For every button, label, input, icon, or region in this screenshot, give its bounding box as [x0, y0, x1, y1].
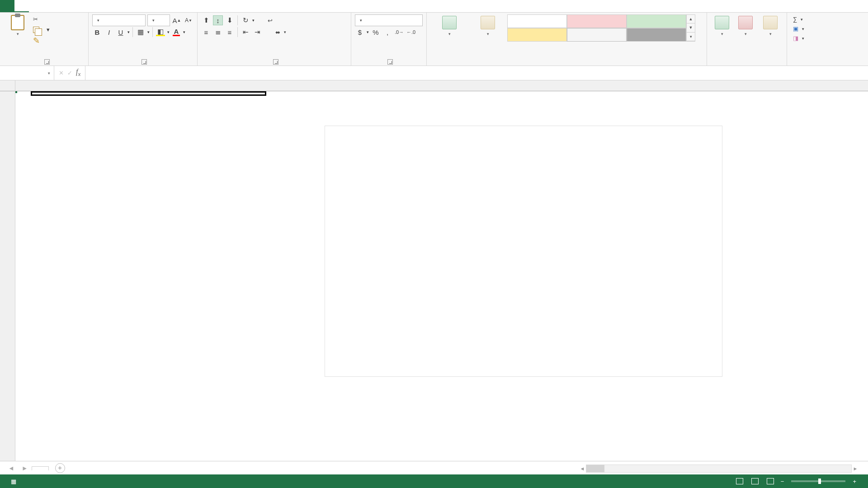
tab-home[interactable] — [14, 0, 29, 12]
fill-color-button[interactable]: ◧ — [156, 27, 165, 37]
format-as-table-button[interactable]: ▾ — [471, 14, 505, 42]
dialog-launcher-icon[interactable] — [44, 59, 50, 65]
insert-cells-button[interactable]: ▾ — [711, 14, 733, 37]
formula-bar: ▾ ✕ ✓ fx — [0, 66, 868, 80]
chevron-down-icon: ▾ — [47, 26, 50, 33]
align-bottom-button[interactable]: ⬇ — [225, 15, 235, 25]
style-neutral[interactable] — [507, 28, 567, 42]
tab-file[interactable] — [0, 0, 14, 12]
active-cell-marker — [15, 91, 17, 93]
horizontal-scrollbar[interactable]: ◄ ► — [579, 465, 859, 473]
style-check-cell[interactable] — [627, 28, 686, 42]
font-name-select[interactable]: ▾ — [92, 14, 146, 26]
add-sheet-button[interactable]: ＋ — [55, 463, 65, 473]
tab-view[interactable] — [101, 0, 116, 12]
sigma-icon: ∑ — [793, 16, 797, 23]
italic-button[interactable]: I — [104, 27, 114, 37]
tab-formulas[interactable] — [58, 0, 72, 12]
fx-icon[interactable]: fx — [76, 68, 80, 78]
fill-icon: ▣ — [793, 25, 798, 32]
tab-page-layout[interactable] — [43, 0, 58, 12]
grow-font-button[interactable]: A▲ — [172, 15, 182, 25]
delete-cells-button[interactable]: ▾ — [734, 14, 757, 37]
decrease-decimal-button[interactable]: ←.0 — [406, 27, 416, 37]
copy-button[interactable]: ▾ — [31, 25, 52, 34]
conditional-formatting-button[interactable]: ▾ — [430, 14, 468, 42]
scroll-up-icon[interactable]: ▲ — [687, 15, 695, 23]
wrap-icon: ↩ — [268, 17, 273, 24]
comma-button[interactable]: , — [382, 27, 392, 37]
table-title — [32, 93, 265, 95]
wrap-text-button[interactable]: ↩ — [265, 16, 277, 25]
bold-button[interactable]: B — [92, 27, 102, 37]
underline-button[interactable]: U — [116, 27, 126, 37]
scroll-down-icon[interactable]: ▼ — [687, 23, 695, 32]
scroll-right-icon[interactable]: ► — [852, 466, 859, 471]
font-size-select[interactable]: ▾ — [147, 14, 170, 26]
sheet-nav-prev[interactable]: ► — [18, 465, 32, 472]
sheet-nav-first[interactable]: ◄ — [5, 465, 18, 472]
tab-data[interactable] — [72, 0, 87, 12]
dialog-launcher-icon[interactable] — [273, 59, 278, 65]
sheet-tab-bar: ◄ ► ＋ ◄ ► — [0, 461, 868, 474]
more-icon[interactable]: ▾ — [687, 33, 695, 41]
increase-decimal-button[interactable]: .0→ — [394, 27, 404, 37]
radar-chart[interactable] — [325, 126, 722, 377]
name-box[interactable]: ▾ — [0, 66, 54, 80]
format-cells-button[interactable]: ▾ — [758, 14, 783, 37]
shrink-font-button[interactable]: A▼ — [184, 15, 193, 25]
tab-review[interactable] — [87, 0, 101, 12]
scroll-left-icon[interactable]: ◄ — [579, 466, 586, 471]
style-calculation[interactable] — [567, 28, 627, 42]
autosum-button[interactable]: ∑▾ — [791, 14, 842, 24]
align-middle-button[interactable]: ↕ — [213, 15, 223, 25]
orientation-button[interactable]: ↻ — [241, 15, 250, 25]
insert-icon — [715, 16, 729, 29]
dialog-launcher-icon[interactable] — [387, 59, 393, 65]
ribbon-tabs — [0, 0, 868, 13]
clipboard-icon — [11, 15, 24, 30]
decrease-indent-button[interactable]: ⇤ — [241, 27, 250, 37]
style-good[interactable] — [627, 14, 686, 28]
paste-button[interactable]: ▾ — [6, 14, 29, 46]
tab-developer[interactable] — [116, 0, 130, 12]
view-page-break-button[interactable] — [764, 476, 777, 486]
delete-icon — [738, 16, 753, 29]
dialog-launcher-icon[interactable] — [142, 59, 147, 65]
format-painter-button[interactable]: ✎ — [31, 35, 52, 46]
align-center-button[interactable]: ≣ — [213, 27, 223, 37]
sheet-tab[interactable] — [32, 466, 49, 470]
group-font: ▾ ▾ A▲ A▼ B I U▾ ▦▾ ◧▾ A▾ — [89, 13, 198, 66]
zoom-out-button[interactable]: − — [778, 478, 787, 485]
borders-button[interactable]: ▦ — [136, 27, 146, 37]
align-left-button[interactable]: ≡ — [201, 27, 211, 37]
merge-icon: ⬌ — [275, 29, 280, 36]
style-bad[interactable] — [567, 14, 627, 28]
zoom-in-button[interactable]: + — [850, 478, 859, 485]
worksheet — [0, 80, 868, 474]
number-format-select[interactable]: ▾ — [355, 14, 423, 26]
formula-input[interactable] — [85, 66, 868, 80]
style-gallery-scroll[interactable]: ▲ ▼ ▾ — [686, 14, 695, 42]
clear-button[interactable]: ◨▾ — [791, 33, 842, 43]
group-number: ▾ $▾ % , .0→ ←.0 — [351, 13, 427, 66]
merge-center-button[interactable]: ⬌▾ — [273, 28, 288, 37]
cut-button[interactable]: ✂ — [31, 14, 52, 24]
cancel-icon[interactable]: ✕ — [59, 70, 64, 76]
view-page-layout-button[interactable] — [748, 476, 762, 486]
style-normal[interactable] — [507, 14, 567, 28]
chevron-down-icon: ▾ — [360, 18, 362, 23]
increase-indent-button[interactable]: ⇥ — [252, 27, 262, 37]
tab-insert[interactable] — [29, 0, 43, 12]
view-normal-button[interactable] — [733, 476, 746, 486]
currency-button[interactable]: $ — [355, 27, 365, 37]
align-right-button[interactable]: ≡ — [225, 27, 235, 37]
select-all-corner[interactable] — [0, 80, 15, 91]
font-color-button[interactable]: A — [171, 27, 181, 37]
fill-button[interactable]: ▣▾ — [791, 24, 842, 33]
align-top-button[interactable]: ⬆ — [201, 15, 211, 25]
macro-record-icon[interactable]: ▦ — [11, 478, 16, 485]
percent-button[interactable]: % — [371, 27, 381, 37]
enter-icon[interactable]: ✓ — [67, 70, 72, 76]
zoom-slider[interactable] — [791, 480, 845, 482]
